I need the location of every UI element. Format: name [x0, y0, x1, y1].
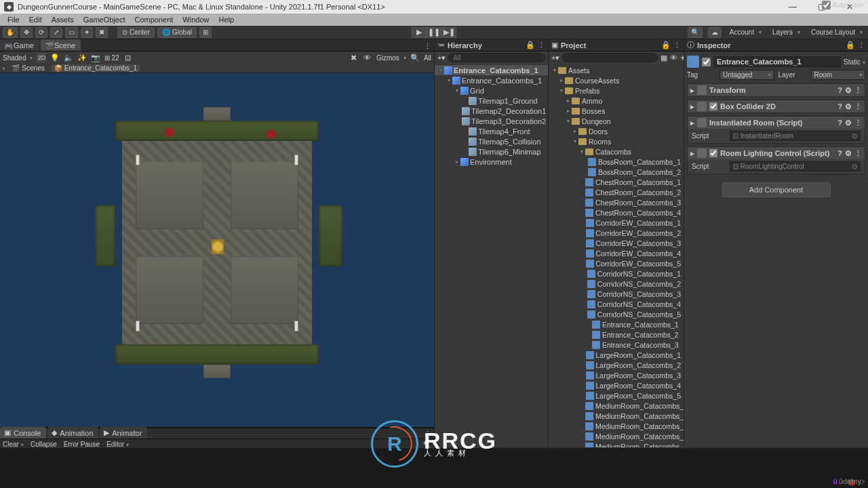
tab-animator[interactable]: ▶ Animator	[100, 427, 147, 439]
project-item[interactable]: LargeRoom_Catacombs_2	[549, 360, 684, 370]
project-add-button[interactable]: +▾	[551, 54, 559, 62]
grid-snap-icon[interactable]: ⊡	[123, 53, 133, 62]
script-slot[interactable]: ⊡ RoomLightingControl⊙	[730, 161, 861, 171]
hierarchy-item[interactable]: Tilemap5_Collision	[435, 136, 548, 146]
project-menu-icon[interactable]: ⋮	[673, 41, 681, 49]
project-search-input[interactable]	[562, 53, 658, 62]
project-item[interactable]: ▾Catacombs	[549, 146, 684, 157]
editor-dropdown[interactable]: Editor	[106, 441, 129, 448]
project-item[interactable]: LargeRoom_Catacombs_1	[549, 350, 684, 360]
project-item[interactable]: ▸Ammo	[549, 96, 684, 106]
preset-icon[interactable]: ⚙	[845, 119, 852, 127]
project-item[interactable]: CorridorNS_Catacombs_3	[549, 289, 684, 299]
hierarchy-item[interactable]: Tilemap1_Ground	[435, 96, 548, 106]
menu-gameobject[interactable]: GameObject	[79, 16, 130, 24]
gizmos-dropdown[interactable]: Gizmos	[376, 54, 406, 62]
inspector-lock-icon[interactable]: 🔒	[846, 41, 855, 49]
menu-help[interactable]: Help	[214, 16, 239, 24]
component-header[interactable]: ▸Room Lighting Control (Script)?⚙⋮	[688, 147, 865, 159]
menu-edit[interactable]: Edit	[24, 16, 47, 24]
component-header[interactable]: ▸Transform?⚙⋮	[688, 84, 865, 96]
lighting-icon[interactable]: 💡	[50, 53, 60, 62]
project-item[interactable]: LargeRoom_Catacombs_5	[549, 390, 684, 401]
hierarchy-item[interactable]: Tilemap3_Decoration2	[435, 116, 548, 126]
console-menu-icon[interactable]: ⋮	[424, 430, 431, 439]
project-tree[interactable]: ▾Assets▸CourseAssets▾Prefabs▸Ammo▸Bosses…	[549, 64, 684, 447]
preset-icon[interactable]: ⚙	[845, 86, 852, 95]
project-item[interactable]: CorridorEW_Catacombs_5	[549, 258, 684, 268]
component-menu-icon[interactable]: ⋮	[854, 149, 862, 158]
layer-dropdown[interactable]: Room	[811, 70, 866, 80]
hierarchy-item[interactable]: Tilemap6_Minimap	[435, 146, 548, 157]
project-item[interactable]: BossRoom_Catacombs_2	[549, 167, 684, 177]
hierarchy-item[interactable]: ▸Environment	[435, 157, 548, 167]
project-item[interactable]: CorridorNS_Catacombs_4	[549, 299, 684, 309]
project-item[interactable]: ▾Prefabs	[549, 85, 684, 96]
project-item[interactable]: CorridorEW_Catacombs_4	[549, 248, 684, 258]
help-icon[interactable]: ?	[837, 149, 842, 157]
account-dropdown[interactable]: Account	[727, 27, 764, 38]
pause-button[interactable]: ❚❚	[427, 27, 441, 38]
tag-dropdown[interactable]: Untagged	[719, 70, 774, 80]
step-button[interactable]: ▶❚	[441, 27, 456, 38]
menu-component[interactable]: Component	[130, 16, 178, 24]
transform-tool-button[interactable]: ✦	[81, 27, 93, 38]
hierarchy-tree[interactable]: ‹Entrance_Catacombs_1▾Entrance_Catacombs…	[435, 64, 548, 447]
clear-button[interactable]: Clear	[3, 441, 24, 448]
project-item[interactable]: LargeRoom_Catacombs_4	[549, 380, 684, 390]
project-item[interactable]: CorridorEW_Catacombs_2	[549, 228, 684, 238]
project-item[interactable]: ChestRoom_Catacombs_4	[549, 207, 684, 218]
preset-icon[interactable]: ⚙	[845, 149, 852, 158]
project-item[interactable]: ChestRoom_Catacombs_1	[549, 177, 684, 187]
project-lock-icon[interactable]: 🔒	[661, 41, 671, 49]
project-eye-icon[interactable]: 👁	[670, 54, 677, 62]
project-item[interactable]: ▾Dungeon	[549, 116, 684, 126]
hierarchy-item[interactable]: Tilemap2_Decoration1	[435, 106, 548, 116]
grid-toggle[interactable]: ⊞22	[104, 54, 119, 62]
hierarchy-menu-icon[interactable]: ⋮	[538, 41, 545, 49]
camera-icon[interactable]: 📷	[91, 53, 100, 62]
custom-tool-button[interactable]: ✖	[96, 27, 108, 38]
component-header[interactable]: ▸Box Collider 2D?⚙⋮	[688, 100, 865, 113]
menu-assets[interactable]: Assets	[47, 16, 79, 24]
back-arrow-icon[interactable]: ‹	[3, 64, 5, 72]
rotate-tool-button[interactable]: ⟳	[35, 27, 47, 38]
project-item[interactable]: CorridorEW_Catacombs_1	[549, 218, 684, 228]
hand-tool-button[interactable]: ✋	[3, 27, 18, 38]
project-item[interactable]: MediumRoom_Catacombs_4	[549, 431, 684, 441]
project-item[interactable]: Entrance_Catacombs_3	[549, 340, 684, 350]
component-enabled-checkbox[interactable]	[709, 149, 717, 157]
project-item[interactable]: MediumRoom_Catacombs_1	[549, 401, 684, 411]
project-item[interactable]: MediumRoom_Catacombs_5	[549, 441, 684, 447]
auto-save-toggle[interactable]: Auto Save	[822, 1, 864, 9]
rect-tool-button[interactable]: ▭	[65, 27, 78, 38]
menu-window[interactable]: Window	[178, 16, 214, 24]
tab-animation[interactable]: ◆ Animation	[47, 427, 98, 439]
move-tool-button[interactable]: ✥	[20, 27, 33, 38]
help-icon[interactable]: ?	[837, 102, 842, 110]
component-menu-icon[interactable]: ⋮	[854, 102, 862, 111]
help-icon[interactable]: ?	[837, 86, 842, 94]
tools-icon[interactable]: ✖	[349, 53, 359, 62]
project-filter-icon[interactable]: ▦	[660, 54, 667, 62]
project-item[interactable]: CorridorNS_Catacombs_1	[549, 268, 684, 279]
view-icon[interactable]: 👁	[363, 53, 372, 62]
project-item[interactable]: ▾Assets	[549, 65, 684, 75]
project-item[interactable]: CorridorNS_Catacombs_2	[549, 279, 684, 289]
project-item[interactable]: CorridorNS_Catacombs_5	[549, 309, 684, 319]
hierarchy-item[interactable]: Tilemap4_Front	[435, 126, 548, 136]
help-icon[interactable]: ?	[837, 119, 842, 127]
collab-button[interactable]: ☁	[708, 27, 722, 38]
console-search-icon[interactable]: 🔍	[423, 441, 431, 448]
tab-game[interactable]: 🎮Game	[0, 39, 39, 51]
toggle-2d-button[interactable]: 2D	[37, 53, 46, 62]
minimize-button[interactable]: —	[778, 0, 807, 14]
hierarchy-lock-icon[interactable]: 🔒	[526, 41, 535, 49]
fx-icon[interactable]: ✨	[77, 53, 87, 62]
project-item[interactable]: MediumRoom_Catacombs_2	[549, 411, 684, 421]
project-item[interactable]: ▸CourseAssets	[549, 75, 684, 85]
hierarchy-search-input[interactable]	[448, 53, 545, 62]
scene-view[interactable]	[0, 73, 434, 427]
tab-scene[interactable]: 🎬Scene	[41, 39, 81, 51]
project-item[interactable]: ▸Doors	[549, 126, 684, 136]
